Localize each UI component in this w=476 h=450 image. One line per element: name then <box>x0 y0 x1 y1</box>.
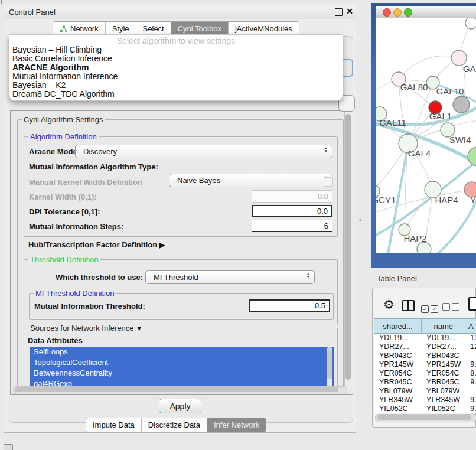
settings-horizontal-scrollbar[interactable] <box>13 386 347 394</box>
list-item[interactable]: SelfLoops <box>30 347 334 357</box>
table-cell: YER054C <box>422 369 465 378</box>
mac-close-icon[interactable] <box>383 8 391 17</box>
manual-kernel-checkbox[interactable] <box>324 177 333 187</box>
mi-steps-field[interactable]: 6 <box>252 220 332 232</box>
kernel-width-field[interactable]: 0.0 <box>252 190 332 203</box>
tab-discretize-data[interactable]: Discretize Data <box>142 418 207 432</box>
network-view-window: GAL7GAL80GAL10GAL1GAL11SWI4GAL4GCY1HAP4Y… <box>371 3 476 268</box>
tab-jactivemnodules[interactable]: jActiveMNodules <box>229 22 299 35</box>
dpi-tolerance-label: DPI Tolerance [0,1]: <box>29 207 100 216</box>
function-builder-icon[interactable] <box>468 297 476 311</box>
list-item[interactable]: BetweennessCentrality <box>30 368 334 379</box>
select-all-columns-icon[interactable]: ✓✓ <box>421 302 440 313</box>
dropdown-item[interactable]: Bayesian – Hill Climbing <box>9 45 343 54</box>
unchecked-box-icon <box>442 303 450 311</box>
table-row[interactable]: YDL19...YDL19...13 <box>374 334 476 343</box>
network-node-label: GCY1 <box>376 195 396 205</box>
table-row[interactable]: YBR045CYBR045C9. <box>374 378 476 387</box>
stepper-arrows-icon: ▲▼ <box>324 146 328 152</box>
float-window-icon[interactable] <box>335 8 343 16</box>
collapsed-arrow-icon: ▶ <box>159 241 165 249</box>
control-panel-titlebar[interactable]: Control Panel ✕ <box>4 5 356 19</box>
network-edge[interactable] <box>399 56 459 79</box>
table-cell: YBL079W <box>374 387 422 396</box>
close-icon[interactable]: ✕ <box>346 6 353 16</box>
mi-threshold-field[interactable]: 0.5 <box>249 299 330 312</box>
kernel-width-label: Kernel Width (0,1): <box>29 193 97 201</box>
table-cell <box>465 387 476 396</box>
corner-tick <box>1 0 2 4</box>
group-title: Cyni Algorithm Settings <box>22 115 105 124</box>
network-canvas-container[interactable]: GAL7GAL80GAL10GAL1GAL11SWI4GAL4GCY1HAP4Y… <box>376 18 476 253</box>
tab-network[interactable]: Network <box>53 22 106 35</box>
list-vertical-scrollbar[interactable] <box>327 347 332 389</box>
mac-minimize-icon[interactable] <box>393 8 402 17</box>
dpi-tolerance-field[interactable]: 0.0 <box>252 205 332 217</box>
table-cell: 9. <box>465 378 476 387</box>
scrollbar-thumb[interactable] <box>377 415 471 420</box>
table-row[interactable]: YDR27...YDR27...12 <box>374 343 476 351</box>
threshold-definition-group: Threshold Definition Which threshold to … <box>24 259 338 324</box>
tab-infer-network[interactable]: Infer Network <box>207 418 266 432</box>
field-value: 0.0 <box>318 192 328 201</box>
scrollbar-thumb[interactable] <box>15 387 338 392</box>
table-panel-window: ⚙ ✓✓ shared... name A YDL19...YDL19...13… <box>372 288 476 428</box>
split-columns-icon[interactable] <box>402 300 415 311</box>
tab-cyni-toolbox[interactable]: Cyni Toolbox <box>171 22 229 35</box>
sources-group: Sources for Network Inference ▼ Data Att… <box>24 328 338 390</box>
table-row[interactable]: YPR145WYPR145W9. <box>374 360 476 369</box>
which-threshold-combobox[interactable]: MI Threshold ▲▼ <box>145 270 315 284</box>
tab-style[interactable]: Style <box>106 22 136 35</box>
group-title: MI Threshold Definition <box>34 289 116 298</box>
column-header[interactable]: shared... <box>374 319 422 333</box>
field-value: 6 <box>324 221 328 230</box>
bottom-tabbar: Impute Data Discretize Data Infer Networ… <box>86 418 266 432</box>
settings-vertical-scrollbar[interactable] <box>344 112 352 394</box>
table-row[interactable]: YLR345WYLR345W9. <box>374 396 476 405</box>
table-row[interactable]: YBR043CYBR043C <box>374 351 476 360</box>
mac-zoom-icon[interactable] <box>404 8 412 17</box>
deselect-all-columns-icon[interactable] <box>442 302 461 313</box>
dropdown-item[interactable]: Mutual Information Inference <box>9 72 343 81</box>
table-cell: YER054C <box>374 369 422 378</box>
table-header-row: shared... name A <box>374 318 476 334</box>
scrollbar-thumb[interactable] <box>327 348 332 379</box>
group-title: Sources for Network Inference ▼ <box>28 324 144 332</box>
table-row[interactable]: YIL052CYIL052C9. <box>374 405 476 413</box>
table-row[interactable]: YBL079WYBL079W <box>374 387 476 396</box>
tab-impute-data[interactable]: Impute Data <box>86 418 142 432</box>
expanded-arrow-icon[interactable]: ▼ <box>136 325 142 332</box>
table-row[interactable]: YER054CYER054C8. <box>374 369 476 378</box>
network-node[interactable] <box>468 147 476 166</box>
dropdown-prompt: Select algorithm to view settings <box>9 36 343 45</box>
gear-icon[interactable]: ⚙ <box>383 298 395 312</box>
dropdown-item[interactable]: Dream8 DC_TDC Algorithm <box>9 90 343 99</box>
aracne-mode-label: Aracne Mode: <box>29 147 80 156</box>
network-node[interactable] <box>417 242 431 253</box>
table-horizontal-scrollbar[interactable] <box>375 414 476 422</box>
hub-definition-toggle[interactable]: Hub/Transcription Factor Definition ▶ <box>28 240 165 249</box>
splitter-arrow-icon[interactable]: ‹ <box>359 216 361 223</box>
data-attributes-list[interactable]: SelfLoops TopologicalCoefficient Between… <box>30 347 334 390</box>
mi-type-combobox[interactable]: Naive Bayes ▲▼ <box>169 174 332 187</box>
list-item[interactable]: TopologicalCoefficient <box>30 357 334 368</box>
dropdown-item[interactable]: Basic Correlation Inference <box>9 54 343 63</box>
node-table[interactable]: shared... name A YDL19...YDL19...13YDR27… <box>374 318 476 413</box>
dropdown-item[interactable]: Bayesian – K2 <box>9 81 343 90</box>
apply-button[interactable]: Apply <box>159 399 201 413</box>
dropdown-item-selected[interactable]: ARACNE Algorithm <box>9 63 343 72</box>
aracne-mode-combobox[interactable]: Discovery ▲▼ <box>75 145 332 158</box>
column-header[interactable]: name <box>422 319 465 333</box>
combobox-value: MI Threshold <box>154 273 198 282</box>
algorithm-definition-group: Algorithm Definition Aracne Mode: Discov… <box>24 136 338 237</box>
scrollbar-thumb[interactable] <box>345 114 351 380</box>
network-node[interactable] <box>465 18 476 29</box>
table-body: YDL19...YDL19...13YDR27...YDR27...12YBR0… <box>374 334 476 413</box>
network-node-label: GAL10 <box>436 86 464 96</box>
tab-select[interactable]: Select <box>136 22 171 35</box>
network-node[interactable] <box>453 96 470 113</box>
network-view-titlebar[interactable] <box>376 6 476 19</box>
cyni-algorithm-settings-group: Cyni Algorithm Settings Algorithm Defini… <box>17 119 344 391</box>
network-canvas[interactable]: GAL7GAL80GAL10GAL1GAL11SWI4GAL4GCY1HAP4Y… <box>376 18 476 253</box>
column-header[interactable]: A <box>465 319 476 333</box>
